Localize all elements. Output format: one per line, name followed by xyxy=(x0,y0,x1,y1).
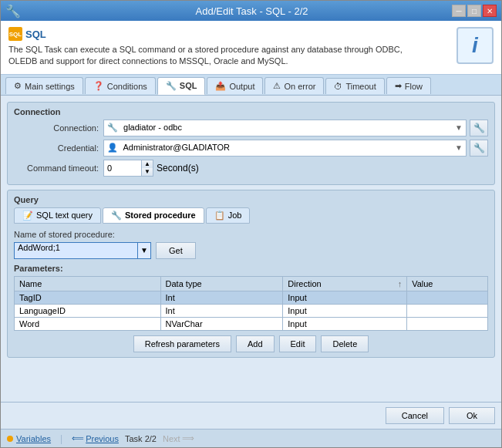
conditions-icon: ❓ xyxy=(93,81,104,91)
info-icon: i xyxy=(457,27,494,64)
tab-stored-procedure[interactable]: 🔧 Stored procedure xyxy=(103,207,204,224)
connection-title: Connection xyxy=(14,107,488,116)
tab-sql-text-query[interactable]: 📝 SQL text query xyxy=(14,207,101,224)
right-arrow-icon: ⟹ xyxy=(182,433,194,443)
sql-text-query-icon: 📝 xyxy=(22,211,33,221)
sql-label-row: SQL SQL xyxy=(8,27,457,41)
proc-combo: AddWord;1 ▼ xyxy=(14,242,151,259)
minimize-button[interactable]: ─ xyxy=(452,5,466,17)
cancel-button[interactable]: Cancel xyxy=(386,407,444,424)
col-direction[interactable]: Direction ↑ xyxy=(283,276,407,291)
header-description: The SQL Task can execute a SQL command o… xyxy=(8,44,417,68)
proc-name-label: Name of stored procedure: xyxy=(14,230,488,239)
row-direction: Input xyxy=(283,317,407,330)
ok-button[interactable]: Ok xyxy=(449,407,495,424)
credential-label: Credential: xyxy=(14,143,99,153)
row-value xyxy=(407,317,488,330)
params-table: Name Data type Direction ↑ Value xyxy=(14,276,488,331)
task-info: Task 2/2 xyxy=(125,434,157,443)
col-data-type[interactable]: Data type xyxy=(160,276,283,291)
tab-conditions[interactable]: ❓ Conditions xyxy=(85,77,156,94)
spinner-down[interactable]: ▼ xyxy=(142,168,153,176)
previous-button[interactable]: Previous xyxy=(86,434,119,443)
status-bar: Variables | ⟸ Previous Task 2/2 Next ⟹ xyxy=(1,429,501,447)
flow-icon: ➡ xyxy=(395,81,402,91)
main-window: 🔧 Add/Edit Task - SQL - 2/2 ─ □ ✕ SQL SQ… xyxy=(0,0,502,448)
connection-edit-button[interactable]: 🔧 xyxy=(470,120,488,136)
next-button[interactable]: Next xyxy=(163,434,180,443)
timeout-icon: ⏱ xyxy=(334,82,342,91)
connection-control: 🔧 gladiator - odbc ▼ 🔧 xyxy=(103,120,488,136)
header-area: SQL SQL The SQL Task can execute a SQL c… xyxy=(1,21,501,75)
col-name[interactable]: Name xyxy=(15,276,161,291)
sql-icon: SQL xyxy=(8,27,22,41)
credential-edit-button[interactable]: 🔧 xyxy=(470,140,488,157)
variables-label[interactable]: Variables xyxy=(16,434,51,443)
row-name: Word xyxy=(15,317,161,330)
credential-arrow: ▼ xyxy=(455,143,463,152)
credential-control: 👤 Administrator@GLADIATOR ▼ 🔧 xyxy=(103,140,488,157)
tab-on-error[interactable]: ⚠ On error xyxy=(264,77,324,94)
proc-dropdown-btn[interactable]: ▼ xyxy=(137,242,151,259)
connection-icon: 🔧 xyxy=(107,123,118,132)
spinner-buttons: ▲ ▼ xyxy=(142,160,153,177)
col-value[interactable]: Value xyxy=(407,276,488,291)
delete-button[interactable]: Delete xyxy=(321,335,369,352)
connection-row: Connection: 🔧 gladiator - odbc ▼ 🔧 xyxy=(14,120,488,136)
window-title: Add/Edit Task - SQL - 2/2 xyxy=(52,5,452,17)
timeout-label: Command timeout: xyxy=(14,163,99,173)
connection-label: Connection: xyxy=(14,123,99,133)
output-icon: 📤 xyxy=(215,81,226,91)
credential-select[interactable]: 👤 Administrator@GLADIATOR ▼ xyxy=(103,140,467,157)
header-text: SQL SQL The SQL Task can execute a SQL c… xyxy=(8,27,457,68)
tab-sql[interactable]: 🔧 SQL xyxy=(157,77,206,95)
next-nav: Next ⟹ xyxy=(163,433,194,443)
maximize-button[interactable]: □ xyxy=(467,5,481,17)
window-controls: ─ □ ✕ xyxy=(452,5,497,17)
timeout-unit: Second(s) xyxy=(157,163,199,173)
row-value xyxy=(407,304,488,317)
credential-icon: 👤 xyxy=(107,143,118,152)
row-direction: Input xyxy=(283,291,407,304)
variables-item: Variables xyxy=(7,434,51,443)
table-row[interactable]: Word NVarChar Input xyxy=(15,317,488,330)
params-label: Parameters: xyxy=(14,264,488,273)
row-data-type: Int xyxy=(160,291,283,304)
connection-arrow: ▼ xyxy=(455,123,463,132)
bottom-buttons: Cancel Ok xyxy=(1,402,501,429)
timeout-input[interactable]: 0 xyxy=(103,160,142,177)
add-button[interactable]: Add xyxy=(236,335,275,352)
row-data-type: NVarChar xyxy=(160,317,283,330)
tab-job[interactable]: 📋 Job xyxy=(206,207,251,224)
tab-output[interactable]: 📤 Output xyxy=(207,77,263,94)
timeout-control: 0 ▲ ▼ Second(s) xyxy=(103,160,488,177)
action-buttons-row: Refresh parameters Add Edit Delete xyxy=(14,335,488,352)
query-section: Query 📝 SQL text query 🔧 Stored procedur… xyxy=(7,190,495,358)
timeout-spinner: 0 ▲ ▼ xyxy=(103,160,153,177)
table-row[interactable]: TagID Int Input xyxy=(15,291,488,304)
title-bar: 🔧 Add/Edit Task - SQL - 2/2 ─ □ ✕ xyxy=(1,1,501,21)
spinner-up[interactable]: ▲ xyxy=(142,160,153,168)
tabs-bar: ⚙ Main settings ❓ Conditions 🔧 SQL 📤 Out… xyxy=(1,75,501,96)
query-tabs: 📝 SQL text query 🔧 Stored procedure 📋 Jo… xyxy=(14,207,488,224)
sql-tab-icon: 🔧 xyxy=(166,81,177,91)
tab-timeout[interactable]: ⏱ Timeout xyxy=(325,78,384,94)
stored-procedure-icon: 🔧 xyxy=(111,211,122,221)
row-name: TagID xyxy=(15,291,161,304)
get-button[interactable]: Get xyxy=(156,242,196,259)
close-button[interactable]: ✕ xyxy=(483,5,497,17)
connection-select[interactable]: 🔧 gladiator - odbc ▼ xyxy=(103,120,467,136)
table-row[interactable]: LanguageID Int Input xyxy=(15,304,488,317)
sort-icon: ↑ xyxy=(398,279,403,288)
proc-name-row: AddWord;1 ▼ Get xyxy=(14,242,488,259)
tab-main-settings[interactable]: ⚙ Main settings xyxy=(5,77,83,94)
row-data-type: Int xyxy=(160,304,283,317)
status-dot xyxy=(7,436,13,442)
refresh-parameters-button[interactable]: Refresh parameters xyxy=(133,335,231,352)
left-arrow-icon: ⟸ xyxy=(72,433,84,443)
sql-title: SQL xyxy=(25,29,46,40)
query-title: Query xyxy=(14,195,488,204)
edit-button[interactable]: Edit xyxy=(279,335,317,352)
proc-input[interactable]: AddWord;1 xyxy=(14,242,137,259)
tab-flow[interactable]: ➡ Flow xyxy=(386,77,431,94)
